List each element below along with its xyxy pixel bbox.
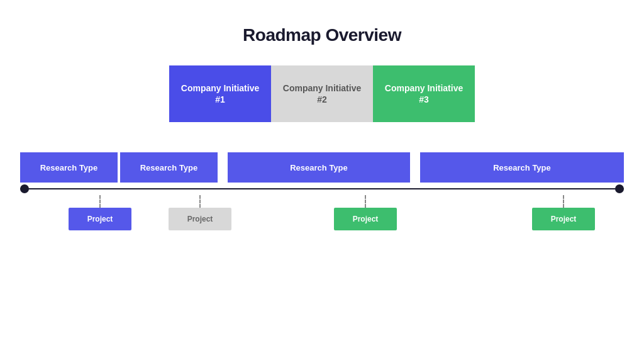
timeline-line (20, 188, 624, 189)
project-item-2: Project (169, 195, 231, 230)
project-box-3: Project (334, 208, 397, 230)
page-container: Roadmap Overview Company Initiative #1 C… (0, 0, 644, 355)
research-bar-4: Research Type (420, 152, 624, 183)
project-box-1: Project (69, 208, 131, 230)
project-dashed-line-1 (99, 195, 101, 208)
project-dashed-line-4 (563, 195, 564, 208)
page-title: Roadmap Overview (243, 25, 401, 45)
gap-spacer-1 (220, 152, 225, 183)
timeline-dot-right (615, 184, 624, 193)
project-dashed-line-3 (365, 195, 366, 208)
project-dashed-line-2 (199, 195, 201, 208)
timeline-section: Research Type Research Type Research Typ… (20, 152, 624, 245)
project-box-4: Project (532, 208, 595, 230)
initiative-box-1: Company Initiative #1 (169, 65, 271, 122)
research-bars-container: Research Type Research Type Research Typ… (20, 152, 624, 183)
project-item-1: Project (69, 195, 131, 230)
project-box-2: Project (169, 208, 231, 230)
initiative-box-3: Company Initiative #3 (373, 65, 475, 122)
project-item-4: Project (532, 195, 595, 230)
timeline-line-container (20, 183, 624, 195)
projects-area: Project Project Project (20, 195, 624, 245)
project-item-3: Project (334, 195, 397, 230)
research-bar-1: Research Type (20, 152, 118, 183)
gap-spacer-2 (413, 152, 418, 183)
research-bar-2: Research Type (120, 152, 218, 183)
initiative-box-2: Company Initiative #2 (271, 65, 373, 122)
initiatives-row: Company Initiative #1 Company Initiative… (169, 65, 475, 122)
research-bar-3: Research Type (228, 152, 410, 183)
timeline-dot-left (20, 184, 29, 193)
